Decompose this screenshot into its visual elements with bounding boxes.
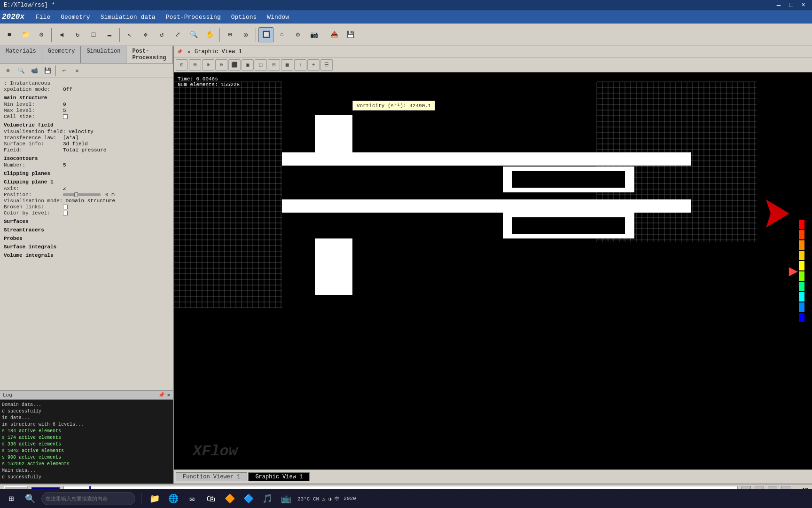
lt-view[interactable]: 🔍	[15, 64, 27, 77]
cell-size-checkbox[interactable]	[63, 114, 68, 119]
volume-integrals-section: Volume integrals	[4, 253, 169, 258]
gv-btn-zoom-in[interactable]: ⊕	[202, 59, 214, 71]
taskbar-explorer[interactable]: 📁	[147, 491, 162, 506]
isocontours-section: Isocontours Number: 5	[4, 156, 169, 168]
menu-options[interactable]: Options	[226, 13, 262, 22]
tab-geometry[interactable]: Geometry	[42, 46, 81, 63]
taskbar-app4[interactable]: 📺	[279, 491, 294, 506]
max-level-value: 5	[63, 108, 66, 113]
position-label: Position:	[4, 192, 60, 198]
toolbar-select[interactable]: ↖	[122, 27, 137, 42]
toolbar-save[interactable]: 💾	[343, 27, 358, 42]
menu-window[interactable]: Window	[262, 13, 294, 22]
taskbar-app2[interactable]: 🔷	[241, 491, 256, 506]
toolbar-view3d[interactable]: □	[86, 27, 101, 42]
log-panel-label: Log	[3, 392, 12, 398]
lt-camera[interactable]: 📹	[28, 64, 40, 77]
toolbar-open[interactable]: 📁	[18, 27, 33, 42]
log-line-11: Main data...	[2, 468, 171, 474]
taskbar-browser[interactable]: 🌐	[166, 491, 181, 506]
tab-simulation[interactable]: Simulation	[81, 46, 126, 63]
menu-post-processing[interactable]: Post-Processing	[161, 13, 226, 22]
tab-post-processing[interactable]: Post-Processing	[126, 46, 173, 63]
log-close-btn[interactable]: ✕	[167, 392, 170, 398]
surface-info-value: 3d field	[63, 141, 88, 147]
log-pin-btn[interactable]: 📌	[158, 392, 165, 398]
taskbar-sys: 23°C CN △ ◑ 中 2020	[297, 495, 356, 502]
start-button[interactable]: ⊞	[4, 491, 19, 506]
taskbar-mail[interactable]: ✉	[185, 491, 200, 506]
cell-size-label: Cell size:	[4, 114, 60, 119]
search-icon[interactable]: 🔍	[23, 491, 38, 506]
tab-function-viewer[interactable]: Function Viewer 1	[176, 472, 247, 481]
log-line-8: s 1042 active elements	[2, 448, 171, 454]
toolbar-mesh[interactable]: ⊞	[222, 27, 237, 42]
taskbar: ⊞ 🔍 📁 🌐 ✉ 🛍 🔶 🔷 🎵 📺 23°C CN △ ◑ 中 2020	[0, 489, 812, 508]
lt-undo[interactable]: ↩	[58, 64, 70, 77]
taskbar-app3[interactable]: 🎵	[260, 491, 275, 506]
gv-btn-add[interactable]: +	[307, 59, 320, 71]
position-slider[interactable]	[63, 193, 101, 196]
taskbar-app1[interactable]: 🔶	[222, 491, 237, 506]
gv-btn-up[interactable]: ↑	[294, 59, 306, 71]
title-bar-left: E:/XFlow/rss] *	[4, 2, 55, 8]
toolbar-circle[interactable]: ○	[274, 27, 289, 42]
gv-btn-view3[interactable]: ⬚	[255, 59, 267, 71]
tab-materials[interactable]: Materials	[0, 46, 42, 63]
taskbar-store[interactable]: 🛍	[203, 491, 219, 506]
toolbar-plane[interactable]: ▬	[102, 27, 117, 42]
toolbar-rotate[interactable]: ↻	[70, 27, 85, 42]
gv-btn-view4[interactable]: ⊟	[268, 59, 280, 71]
taskbar-search[interactable]	[41, 492, 135, 505]
menu-simulation-data[interactable]: Simulation data	[96, 13, 160, 22]
maximize-button[interactable]: □	[786, 1, 796, 9]
lt-save[interactable]: 💾	[41, 64, 54, 77]
axis-label: Axis:	[4, 186, 60, 191]
lt-search[interactable]: ⊕	[2, 64, 14, 77]
toolbar-rotate2[interactable]: ↺	[154, 27, 169, 42]
gv-btn-zoom-out[interactable]: ⊖	[215, 59, 227, 71]
tab-graphic-view[interactable]: Graphic View 1	[248, 472, 310, 481]
position-value: 0 m	[105, 192, 115, 198]
menu-bar: 2020x File Geometry Simulation data Post…	[0, 10, 812, 24]
log-line-3: in data...	[2, 415, 171, 421]
title-bar: E:/XFlow/rss] * — □ ×	[0, 0, 812, 10]
toolbar-surface[interactable]: ◎	[238, 27, 253, 42]
menu-file[interactable]: File	[31, 13, 55, 22]
gv-btn-fit[interactable]: ⊞	[189, 59, 201, 71]
toolbar-settings[interactable]: ⚙	[34, 27, 49, 42]
min-level-label: Min level:	[4, 102, 60, 107]
gv-close-btn[interactable]: ✕	[185, 48, 193, 56]
gv-btn-reset[interactable]: ⊡	[176, 59, 188, 71]
log-line-1: Domain data...	[2, 402, 171, 408]
broken-links-checkbox[interactable]	[63, 205, 68, 209]
gv-btn-view1[interactable]: ⬛	[228, 59, 241, 71]
broken-links-label: Broken links:	[4, 204, 60, 210]
toolbar-move[interactable]: ✥	[138, 27, 153, 42]
max-level-label: Max level:	[4, 108, 60, 113]
planes-section: Clipping planes	[4, 171, 169, 176]
toolbar-camera[interactable]: 📷	[306, 27, 321, 42]
toolbar-zoom[interactable]: 🔍	[186, 27, 201, 42]
gv-btn-view5[interactable]: ▦	[281, 59, 293, 71]
lt-delete[interactable]: ✕	[71, 64, 83, 77]
visualization-canvas	[174, 72, 812, 355]
toolbar-gear[interactable]: ⚙	[290, 27, 305, 42]
gv-btn-menu[interactable]: ☰	[320, 59, 333, 71]
color-level-checkbox[interactable]	[63, 211, 68, 215]
toolbar-pan[interactable]: ✋	[202, 27, 217, 42]
gv-btn-view2[interactable]: ▣	[242, 59, 254, 71]
gv-pin-btn[interactable]: 📌	[176, 48, 183, 56]
toolbar-back[interactable]: ◀	[54, 27, 69, 42]
viewer[interactable]: Time: 0.0046s Num elements: 155228 Vorti…	[174, 72, 812, 469]
minimize-button[interactable]: —	[774, 1, 783, 9]
menu-geometry[interactable]: Geometry	[56, 13, 94, 22]
toolbar-new[interactable]: ■	[2, 27, 17, 42]
toolbar-scale[interactable]: ⤢	[170, 27, 185, 42]
planes-title: Clipping planes	[4, 171, 169, 176]
log-panel-header: Log 📌 ✕	[0, 390, 173, 399]
toolbar-export[interactable]: 📤	[327, 27, 342, 42]
isocontours-title: Isocontours	[4, 156, 169, 161]
close-button[interactable]: ×	[799, 1, 808, 9]
toolbar-view-active[interactable]: 🔲	[258, 27, 273, 42]
